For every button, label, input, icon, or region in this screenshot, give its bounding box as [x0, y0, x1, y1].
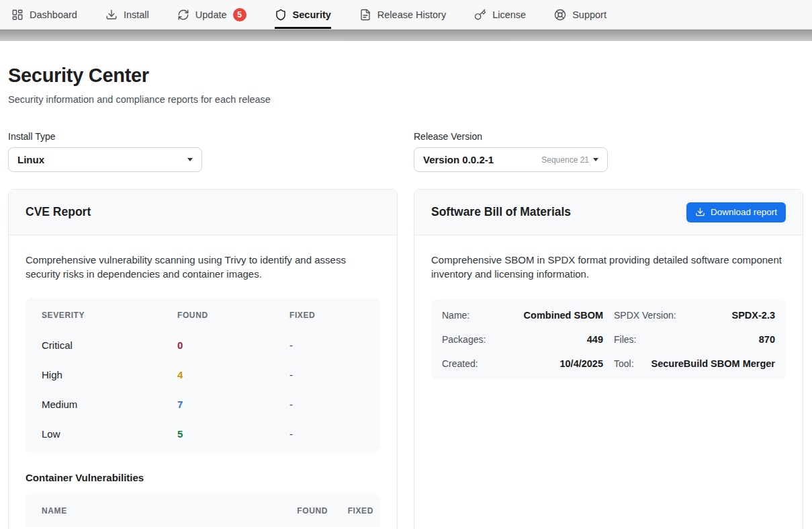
found-count: 7: [177, 399, 289, 410]
severity-col-header: SEVERITY: [42, 311, 177, 320]
severity-name: Critical: [42, 339, 177, 351]
sbom-created-label: Created:: [442, 358, 478, 369]
page-title: Security Center: [8, 65, 803, 87]
report-cards-row: CVE Report Comprehensive vulnerability s…: [8, 189, 803, 529]
tab-support[interactable]: Support: [554, 0, 606, 29]
container-vulnerabilities-title: Container Vulnerabilities: [26, 472, 380, 483]
sbom-spdx-version-field: SPDX Version: SPDX-2.3: [614, 303, 775, 327]
release-version-filter: Release Version Version 0.0.2-1 Sequence…: [414, 131, 803, 172]
chevron-down-icon: [187, 158, 193, 161]
tab-update-label: Update: [195, 9, 227, 20]
severity-name: High: [42, 369, 177, 380]
top-navigation: Dashboard Install Update 5 Security Rele…: [0, 0, 812, 30]
release-history-icon: [359, 9, 371, 21]
sbom-files-field: Files: 870: [614, 327, 775, 352]
sbom-title: Software Bill of Materials: [431, 205, 571, 219]
severity-name: Medium: [42, 399, 177, 410]
security-shield-icon: [275, 9, 287, 21]
sbom-packages-value: 449: [587, 334, 603, 345]
release-sequence-label: Sequence 21: [541, 155, 589, 165]
sbom-details-panel: Name: Combined SBOM SPDX Version: SPDX-2…: [431, 299, 786, 380]
tab-security-label: Security: [293, 9, 331, 20]
sbom-description: Comprehensive SBOM in SPDX format provid…: [431, 253, 786, 281]
sbom-spdx-version-value: SPDX-2.3: [732, 310, 775, 321]
download-icon: [695, 207, 705, 217]
main-content: Security Center Security information and…: [0, 65, 812, 529]
header-divider-band: [0, 30, 812, 41]
fixed-count: -: [289, 399, 364, 410]
tab-release-history-label: Release History: [377, 9, 446, 20]
container-vulnerabilities-header: NAME FOUND FIXED: [26, 494, 380, 527]
severity-name: Low: [42, 428, 177, 440]
sbom-created-value: 10/4/2025: [559, 358, 603, 369]
severity-table-header: SEVERITY FOUND FIXED: [26, 298, 380, 330]
tab-license[interactable]: License: [474, 0, 526, 29]
sbom-spdx-version-label: SPDX Version:: [614, 310, 676, 321]
found-col-header: FOUND: [278, 506, 328, 516]
cve-report-body: Comprehensive vulnerability scanning usi…: [9, 235, 397, 529]
found-count: 5: [177, 428, 289, 440]
table-row-critical: Critical 0 -: [26, 330, 380, 360]
update-count-badge: 5: [233, 8, 246, 22]
table-row-high: High 4 -: [26, 360, 380, 389]
chevron-down-icon: [593, 158, 598, 161]
cve-report-description: Comprehensive vulnerability scanning usi…: [26, 253, 380, 281]
tab-dashboard[interactable]: Dashboard: [11, 0, 77, 29]
support-lifebuoy-icon: [554, 9, 566, 21]
sbom-card: Software Bill of Materials Download repo…: [414, 189, 803, 529]
cve-report-title: CVE Report: [26, 205, 91, 219]
fixed-col-header: FIXED: [328, 506, 373, 516]
sbom-row: Name: Combined SBOM SPDX Version: SPDX-2…: [442, 303, 775, 327]
sbom-files-value: 870: [759, 334, 775, 345]
release-version-select[interactable]: Version 0.0.2-1 Sequence 21: [414, 147, 608, 172]
sbom-packages-label: Packages:: [442, 334, 486, 345]
sbom-name-label: Name:: [442, 310, 469, 321]
install-type-label: Install Type: [8, 131, 398, 142]
download-report-label: Download report: [711, 207, 777, 217]
fixed-count: -: [289, 428, 364, 440]
update-icon: [177, 9, 189, 21]
download-report-button[interactable]: Download report: [686, 202, 786, 222]
tab-install[interactable]: Install: [105, 0, 149, 29]
sbom-row: Created: 10/4/2025 Tool: SecureBuild SBO…: [442, 352, 775, 376]
release-version-value: Version 0.0.2-1: [423, 154, 494, 165]
tab-dashboard-label: Dashboard: [30, 9, 77, 20]
found-count: 0: [177, 339, 289, 351]
release-version-label: Release Version: [414, 131, 803, 142]
found-col-header: FOUND: [177, 311, 289, 320]
sbom-packages-field: Packages: 449: [442, 327, 603, 352]
sbom-name-field: Name: Combined SBOM: [442, 303, 603, 327]
install-type-filter: Install Type Linux: [8, 131, 398, 172]
sbom-created-field: Created: 10/4/2025: [442, 352, 603, 376]
sbom-tool-value: SecureBuild SBOM Merger: [651, 358, 775, 369]
tab-install-label: Install: [124, 9, 149, 20]
tab-update[interactable]: Update 5: [177, 0, 246, 29]
fixed-count: -: [289, 339, 364, 351]
fixed-col-header: FIXED: [289, 311, 364, 320]
install-icon: [105, 9, 118, 21]
install-type-select[interactable]: Linux: [8, 147, 202, 172]
found-count: 4: [177, 369, 289, 380]
tab-support-label: Support: [572, 9, 606, 20]
sbom-name-value: Combined SBOM: [524, 310, 603, 321]
sbom-body: Comprehensive SBOM in SPDX format provid…: [414, 235, 803, 397]
tab-security[interactable]: Security: [275, 0, 331, 29]
table-row-medium: Medium 7 -: [26, 389, 380, 419]
sbom-tool-field: Tool: SecureBuild SBOM Merger: [614, 352, 775, 376]
cve-report-card: CVE Report Comprehensive vulnerability s…: [8, 189, 398, 529]
sbom-files-label: Files:: [614, 334, 636, 345]
sbom-tool-label: Tool:: [614, 358, 634, 369]
sbom-header: Software Bill of Materials Download repo…: [414, 190, 803, 235]
name-col-header: NAME: [42, 506, 278, 516]
tab-license-label: License: [492, 9, 526, 20]
filters-row: Install Type Linux Release Version Versi…: [8, 131, 803, 172]
table-row-low: Low 5 -: [26, 419, 380, 448]
fixed-count: -: [289, 369, 364, 380]
install-type-value: Linux: [17, 154, 44, 165]
dashboard-icon: [11, 9, 24, 21]
page-subtitle: Security information and compliance repo…: [8, 94, 803, 105]
cve-report-header: CVE Report: [9, 190, 397, 235]
tab-release-history[interactable]: Release History: [359, 0, 446, 29]
severity-table: SEVERITY FOUND FIXED Critical 0 - High 4…: [26, 298, 380, 452]
license-key-icon: [474, 9, 486, 21]
